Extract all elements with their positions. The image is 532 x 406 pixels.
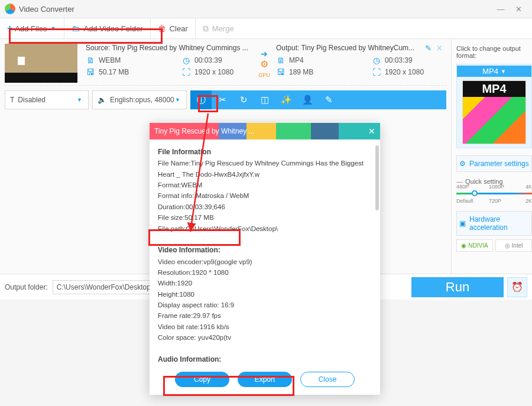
rotate-tool[interactable]: ↻: [233, 90, 254, 109]
param-label: Parameter settings: [469, 160, 529, 168]
info-framerate: Frame rate:29.97 fps: [158, 312, 221, 319]
cut-tool[interactable]: ✂: [212, 90, 233, 109]
hwa-label: Hardware acceleration: [469, 215, 529, 232]
format-badge: MP4: [463, 81, 525, 97]
nvidia-button[interactable]: ◉NDIVIA: [456, 239, 493, 252]
output-duration: 00:03:39: [385, 56, 413, 64]
section-video-info: Video Information:: [158, 246, 220, 254]
clear-button[interactable]: 🗑 Clear: [151, 18, 196, 38]
copy-button[interactable]: Copy: [175, 372, 229, 387]
info-filename: File Name:Tiny Pig Rescued by Whitney Cu…: [158, 160, 364, 177]
sidebar-title: Click to change output format:: [456, 45, 532, 59]
info-color-space: Color space: yuv420p(tv: [158, 334, 231, 341]
info-tool[interactable]: ⓘ: [190, 90, 212, 109]
source-column: Source: Tiny Pig Rescued by Whitney Cumm…: [82, 44, 256, 83]
popup-header: Tiny Pig Rescued by Whitney ... ✕: [150, 123, 380, 139]
audio-value: English:opus, 48000: [110, 96, 174, 104]
merge-icon: ⧉: [203, 24, 209, 34]
parameter-settings-button[interactable]: ⚙ Parameter settings: [456, 155, 532, 172]
settings-icon: ⚙: [459, 160, 466, 168]
source-size: 50.17 MB: [99, 68, 129, 76]
trash-icon: 🗑: [158, 24, 166, 33]
clock-icon: ◷: [372, 56, 381, 65]
output-folder-label: Output folder:: [5, 283, 48, 291]
file-row: ✎ ✕ Source: Tiny Pig Rescued by Whitney …: [5, 44, 446, 86]
merge-label: Merge: [212, 24, 234, 33]
watermark-tool[interactable]: 👤: [297, 90, 318, 109]
close-window-button[interactable]: ✕: [510, 2, 527, 16]
edit-tools: ⓘ ✂ ↻ ◫ ✨ 👤 ✎: [190, 90, 446, 109]
export-button[interactable]: Export: [238, 372, 292, 387]
popup-body[interactable]: File Information File Name:Tiny Pig Resc…: [150, 139, 380, 364]
edit-output-icon[interactable]: ✎: [425, 44, 432, 53]
schedule-button[interactable]: ⏰: [507, 277, 527, 297]
subtitle-edit-tool[interactable]: ✎: [318, 90, 339, 109]
output-column: Output: Tiny Pig Rescued by WhitneyCum..…: [273, 44, 446, 83]
info-filepath: File path:C:\Users\WonderFox\Desktop\: [158, 225, 278, 232]
arrow-right-icon: ➜: [261, 49, 268, 59]
gpu-label: GPU: [258, 72, 270, 78]
app-title: Video Converter: [19, 5, 74, 14]
size-icon: 🖫: [86, 67, 95, 77]
format-preview: MP4: [462, 80, 526, 144]
popup-close-button[interactable]: ✕: [364, 126, 380, 136]
close-button[interactable]: Close: [300, 372, 355, 387]
crop-tool[interactable]: ◫: [254, 90, 275, 109]
edit-toolbar: T Disabled ▼ 🔈 English:opus, 48000 ▼ ⓘ ✂…: [5, 90, 446, 109]
chip-icon: ▣: [459, 219, 466, 228]
info-format: Format:WEBM: [158, 181, 202, 189]
output-sidebar: Click to change output format: MP4▼ MP4 …: [451, 39, 532, 274]
nvidia-icon: ◉: [461, 242, 466, 249]
remove-file-icon[interactable]: ✕: [436, 44, 443, 53]
minimize-button[interactable]: —: [492, 2, 510, 16]
resolution-icon: ⛶: [372, 67, 381, 77]
source-format: WEBM: [99, 56, 121, 64]
run-button[interactable]: Run: [411, 277, 504, 297]
output-format-card[interactable]: MP4▼ MP4: [456, 64, 532, 148]
hardware-acceleration-button[interactable]: ▣ Hardware acceleration: [456, 211, 532, 236]
add-video-folder-button[interactable]: 🗀 Add Video Folder: [64, 18, 150, 38]
subtitle-icon: T: [10, 96, 14, 104]
subtitle-dropdown[interactable]: T Disabled ▼: [5, 90, 89, 109]
output-format: MP4: [289, 56, 304, 64]
section-audio-info: Audio Information:: [158, 355, 221, 363]
subtitle-value: Disabled: [18, 96, 46, 104]
output-resolution: 1920 x 1080: [385, 68, 424, 76]
format-name: MP4: [482, 67, 498, 76]
folder-icon: 🗀: [72, 24, 80, 33]
info-format-info: Format info: Matroska / WebM: [158, 192, 249, 199]
source-duration: 00:03:39: [194, 56, 222, 64]
info-video-width: Width:1920: [158, 280, 192, 287]
alarm-icon: ⏰: [511, 281, 523, 293]
popup-scrollbar[interactable]: [375, 145, 379, 210]
audio-track-dropdown[interactable]: 🔈 English:opus, 48000 ▼: [92, 90, 187, 109]
file-info-popup: Tiny Pig Rescued by Whitney ... ✕ File I…: [150, 123, 380, 395]
intel-button[interactable]: ◎Intel: [495, 239, 532, 252]
speaker-icon: 🔈: [98, 96, 106, 104]
add-files-button[interactable]: + Add Files ▼: [0, 18, 64, 38]
quality-slider[interactable]: 480P 1080P 4K Default 720P 2K: [456, 187, 532, 200]
video-thumbnail[interactable]: [5, 44, 77, 83]
format-icon: 🗎: [276, 56, 286, 65]
merge-button[interactable]: ⧉ Merge: [196, 18, 241, 38]
gpu-icon: ⚙: [260, 59, 268, 70]
output-size: 189 MB: [289, 68, 313, 76]
app-logo-icon: [5, 4, 15, 14]
intel-icon: ◎: [505, 242, 510, 249]
effects-tool[interactable]: ✨: [275, 90, 297, 109]
popup-title: Tiny Pig Rescued by Whitney ...: [150, 127, 259, 135]
titlebar: Video Converter — ✕: [0, 0, 532, 18]
info-video-encoder: Video encoder:vp9(google vp9): [158, 258, 252, 265]
format-icon: 🗎: [86, 56, 95, 65]
info-duration: Duration:00:03:39;646: [158, 203, 225, 210]
clear-label: Clear: [170, 24, 188, 33]
chevron-down-icon: ▼: [501, 69, 506, 74]
dropdown-icon: ▼: [175, 97, 180, 103]
resolution-icon: ⛶: [181, 67, 191, 77]
output-title: Output: Tiny Pig Rescued by WhitneyCum..…: [276, 44, 443, 52]
section-file-info: File Information: [158, 148, 211, 156]
info-filesize: File size:50.17 MB: [158, 214, 214, 221]
size-icon: 🖫: [276, 67, 286, 77]
plus-icon: +: [7, 23, 12, 34]
dropdown-icon: ▼: [51, 25, 56, 31]
